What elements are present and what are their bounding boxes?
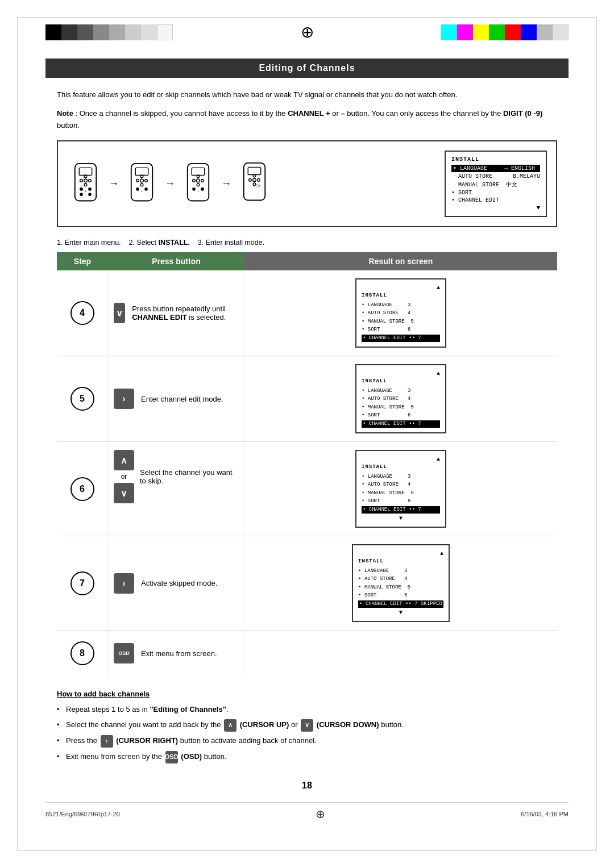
step-6-buttons: ∧ or ∨ xyxy=(114,450,134,503)
install-menu-display: INSTALL • LANGUAGE → ENGLISH AUTO STORE … xyxy=(445,151,547,217)
how-to-section: How to add back channels Repeat steps 1 … xyxy=(57,690,557,763)
arrow-1-icon: → xyxy=(109,178,119,190)
step-7-circle: 7 xyxy=(70,571,94,595)
cb-ltgray xyxy=(537,24,553,40)
step-6-item-5: • CHANNEL EDIT •• 7 xyxy=(362,506,440,514)
step-6-or-text: or xyxy=(121,473,127,481)
svg-point-15 xyxy=(136,180,139,182)
step-row-6: 6 ∧ or ∨ Select the channel you want to … xyxy=(57,442,557,536)
arrow-3-icon: → xyxy=(221,178,231,190)
step-4-screen-title: INSTALL xyxy=(362,292,440,300)
cb-ltgray2 xyxy=(553,24,569,40)
step-7-result: ▲ INSTALL • LANGUAGE 3 • AUTO STORE 4 • … xyxy=(244,536,557,630)
install-menu-channel: • CHANNEL EDIT xyxy=(451,197,540,203)
cb-blue xyxy=(521,24,537,40)
step-8-label: 8 xyxy=(80,648,85,658)
step-7-down-arrow: ▼ xyxy=(358,608,443,617)
step-6-result: ▲ INSTALL • LANGUAGE 3 • AUTO STORE 4 • … xyxy=(244,442,557,536)
svg-point-4 xyxy=(89,180,92,182)
remote-4-container: ☞ xyxy=(236,162,273,206)
step-6-screen-title: INSTALL xyxy=(362,464,440,471)
cb-magenta xyxy=(457,24,473,40)
steps-header-row: Step Press button Result on screen xyxy=(57,252,557,270)
step-5-up-arrow: ▲ xyxy=(362,369,440,378)
svg-point-26 xyxy=(201,180,204,182)
step-7-item-1: • LANGUAGE 3 xyxy=(358,567,443,575)
step-5-item-3: • MANUAL STORE 5 xyxy=(362,404,440,412)
svg-point-6 xyxy=(84,175,87,178)
section-title: Editing of Channels xyxy=(45,59,569,78)
svg-point-19 xyxy=(136,187,139,191)
svg-point-18 xyxy=(140,175,143,178)
install-menu-manual: MANUAL STORE 中文 xyxy=(451,181,540,189)
svg-point-24 xyxy=(197,179,200,182)
how-to-list: Repeat steps 1 to 5 as in "Editing of Ch… xyxy=(57,704,557,763)
how-to-title: How to add back channels xyxy=(57,690,557,698)
cb-red xyxy=(505,24,521,40)
color-bar-right xyxy=(441,24,569,40)
step-6-number: 6 xyxy=(57,442,108,536)
step-4-item-4: • SORT 6 xyxy=(362,326,440,334)
cb-green xyxy=(489,24,505,40)
remote-sequence: + → + → xyxy=(67,162,433,206)
step-4-item-5: • CHANNEL EDIT •• 7 xyxy=(362,335,440,343)
svg-point-30 xyxy=(201,187,204,191)
svg-point-25 xyxy=(193,180,196,182)
step-5-result: ▲ INSTALL • LANGUAGE 3 • AUTO STORE 4 • … xyxy=(244,356,557,441)
step-4-label: 4 xyxy=(80,308,85,318)
install-menu-title: INSTALL xyxy=(451,156,540,162)
osd-btn: OSD xyxy=(165,751,178,763)
cb-yellow xyxy=(473,24,489,40)
steps-area: Step Press button Result on screen 4 ∨ P… xyxy=(57,252,557,676)
step-row-5: 5 › Enter channel edit mode. ▲ INSTALL •… xyxy=(57,356,557,442)
color-bar-left xyxy=(45,24,173,40)
step-6-desc: Select the channel you want to skip. xyxy=(140,468,238,485)
cb-gray1 xyxy=(77,24,93,40)
step-4-up-arrow: ▲ xyxy=(362,283,440,292)
install-menu-auto: AUTO STORE B.MELAYU xyxy=(451,173,540,180)
step-6-press: ∧ or ∨ Select the channel you want to sk… xyxy=(108,442,244,536)
step-7-item-5: • CHANNEL EDIT •• 7 SKIPPED xyxy=(358,600,443,608)
step-4-number: 4 xyxy=(57,270,108,356)
step-7-screen-title: INSTALL xyxy=(358,558,443,566)
step-5-item-2: • AUTO STORE 4 xyxy=(362,395,440,403)
step-7-item-3: • MANUAL STORE 5 xyxy=(358,584,443,592)
step-6-press-inner: ∧ or ∨ Select the channel you want to sk… xyxy=(114,450,238,503)
step-5-item-1: • LANGUAGE 3 xyxy=(362,387,440,395)
svg-text:+: + xyxy=(197,189,199,193)
svg-text:+: + xyxy=(141,189,143,193)
step-6-circle: 6 xyxy=(70,477,94,501)
intro-text: This feature allows you to edit or skip … xyxy=(57,89,557,101)
footer-left: 8521/Eng/69R/79R/p17-20 xyxy=(45,811,120,817)
step-8-desc: Exit menu from screen. xyxy=(141,649,217,658)
remote-3-icon: + xyxy=(180,162,217,205)
step-8-result xyxy=(244,631,557,676)
svg-point-5 xyxy=(84,183,87,186)
cb-gray2 xyxy=(93,24,109,40)
step-8-number: 8 xyxy=(57,631,108,676)
step-6-item-1: • LANGUAGE 3 xyxy=(362,473,440,481)
step-4-item-2: • AUTO STORE 4 xyxy=(362,310,440,318)
section-title-text: Editing of Channels xyxy=(259,63,355,73)
svg-point-16 xyxy=(145,180,148,182)
note-text: Note : Once a channel is skipped, you ca… xyxy=(57,108,557,132)
step-5-circle: 5 xyxy=(70,387,94,411)
install-menu-language: • LANGUAGE → ENGLISH xyxy=(451,165,540,172)
step-4-screen: ▲ INSTALL • LANGUAGE 3 • AUTO STORE 4 • … xyxy=(355,278,446,348)
step-7-desc: Activate skipped mode. xyxy=(141,579,217,587)
svg-rect-33 xyxy=(248,167,261,174)
diagram-caption: 1. Enter main menu. 2. Select INSTALL. 3… xyxy=(57,239,557,247)
how-to-item-1: Repeat steps 1 to 5 as in "Editing of Ch… xyxy=(57,704,557,716)
step-4-item-3: • MANUAL STORE 5 xyxy=(362,318,440,326)
cb-gray3 xyxy=(109,24,125,40)
svg-point-28 xyxy=(197,175,200,178)
step-7-number: 7 xyxy=(57,536,108,630)
install-diagram-box: + → + → xyxy=(57,140,557,227)
step-4-desc: Press button repeatedly until CHANNEL ED… xyxy=(132,304,238,322)
svg-point-10 xyxy=(88,193,92,197)
footer: 8521/Eng/69R/79R/p17-20 ⊕ 6/16/03, 4:16 … xyxy=(45,802,569,821)
svg-rect-13 xyxy=(135,168,148,176)
step-6-item-4: • SORT 6 xyxy=(362,498,440,506)
step-6-button-down: ∨ xyxy=(114,483,134,503)
svg-point-34 xyxy=(253,178,256,182)
